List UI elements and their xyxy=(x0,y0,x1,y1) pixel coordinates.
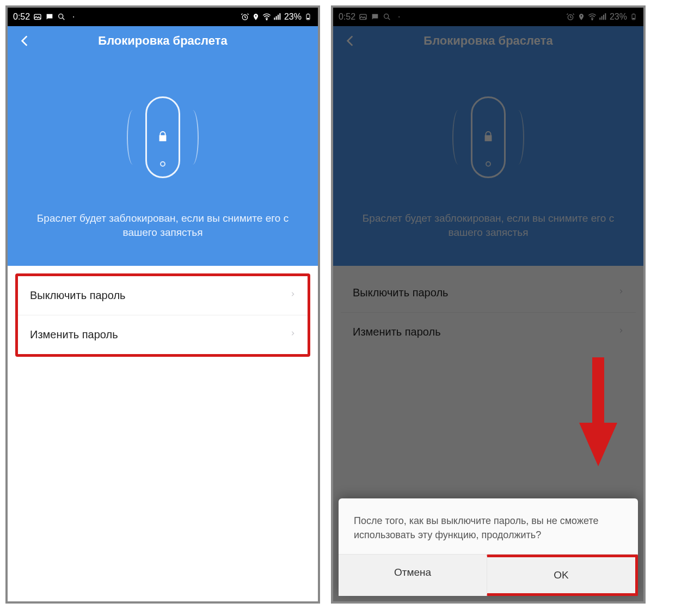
band-illustration xyxy=(130,88,195,186)
search-icon xyxy=(383,13,391,21)
page-title: Блокировка браслета xyxy=(16,34,309,48)
svg-point-1 xyxy=(59,14,63,19)
battery-icon xyxy=(629,13,638,21)
menu-change-password[interactable]: Изменить пароль xyxy=(341,313,636,351)
lock-icon xyxy=(482,129,494,145)
svg-rect-9 xyxy=(307,18,309,19)
status-right-cluster: 23% xyxy=(241,12,312,22)
dot-icon: · xyxy=(69,13,78,21)
status-bar: 0:52 · 23% xyxy=(8,8,318,26)
band-illustration xyxy=(456,88,521,186)
menu-item-label: Выключить пароль xyxy=(353,287,449,299)
back-button[interactable] xyxy=(343,34,358,49)
battery-icon xyxy=(304,13,312,21)
status-battery-pct: 23% xyxy=(284,12,302,22)
chevron-right-icon xyxy=(290,328,296,341)
phone-screenshot-right: 0:52 · 23% xyxy=(331,5,646,604)
menu-disable-password[interactable]: Выключить пароль xyxy=(341,273,636,313)
status-bar: 0:52 · 23% xyxy=(333,8,643,26)
dialog-actions: Отмена OK xyxy=(339,554,638,596)
signal-icon xyxy=(599,13,607,21)
chevron-right-icon xyxy=(618,287,624,299)
chat-icon xyxy=(371,13,379,21)
status-left-cluster: 0:52 · xyxy=(339,12,403,22)
lock-icon xyxy=(157,129,169,145)
location-icon xyxy=(251,13,260,21)
signal-icon xyxy=(273,13,282,21)
alarm-icon xyxy=(566,13,575,21)
chevron-right-icon xyxy=(290,289,296,302)
svg-rect-4 xyxy=(274,17,275,20)
status-battery-pct: 23% xyxy=(610,12,627,22)
dot-icon: · xyxy=(395,13,403,21)
nav-row: Блокировка браслета xyxy=(333,26,643,56)
chat-icon xyxy=(45,13,54,21)
svg-point-14 xyxy=(592,19,593,20)
back-button[interactable] xyxy=(17,34,33,49)
status-right-cluster: 23% xyxy=(566,12,638,22)
svg-rect-20 xyxy=(633,18,635,19)
status-left-cluster: 0:52 · xyxy=(13,12,78,22)
svg-marker-23 xyxy=(579,423,617,466)
chevron-right-icon xyxy=(618,326,624,338)
phone-screenshot-left: 0:52 · 23% xyxy=(5,5,320,604)
svg-rect-5 xyxy=(276,16,277,20)
svg-rect-17 xyxy=(603,15,604,20)
location-icon xyxy=(577,13,586,21)
dialog-message: После того, как вы выключите пароль, вы … xyxy=(339,498,638,554)
wifi-icon xyxy=(262,13,271,21)
svg-rect-15 xyxy=(599,17,600,20)
search-icon xyxy=(57,13,66,21)
image-icon xyxy=(33,13,42,21)
svg-point-3 xyxy=(266,19,267,20)
menu-change-password[interactable]: Изменить пароль xyxy=(18,315,308,354)
menu-highlight-box: Выключить пароль Изменить пароль xyxy=(15,273,310,357)
nav-row: Блокировка браслета xyxy=(8,26,318,56)
image-icon xyxy=(359,13,367,21)
svg-rect-6 xyxy=(278,15,279,20)
confirm-dialog: После того, как вы выключите пароль, вы … xyxy=(339,498,638,596)
svg-rect-22 xyxy=(592,357,604,428)
svg-rect-10 xyxy=(308,14,309,14)
ok-button[interactable]: OK xyxy=(487,555,638,596)
svg-rect-18 xyxy=(605,13,606,20)
menu-item-label: Выключить пароль xyxy=(30,289,126,302)
menu-item-label: Изменить пароль xyxy=(353,326,441,338)
svg-point-12 xyxy=(384,14,389,19)
status-time: 0:52 xyxy=(13,12,30,22)
hero-description: Браслет будет заблокирован, если вы сним… xyxy=(8,211,318,239)
svg-rect-16 xyxy=(601,16,603,20)
cancel-button[interactable]: Отмена xyxy=(339,555,487,596)
menu-list: Выключить пароль Изменить пароль xyxy=(341,273,636,351)
page-title: Блокировка браслета xyxy=(342,34,635,48)
hero-description: Браслет будет заблокирован, если вы сним… xyxy=(333,211,643,239)
status-time: 0:52 xyxy=(339,12,355,22)
header-hero: Блокировка браслета Браслет будет заблок… xyxy=(333,26,643,266)
alarm-icon xyxy=(241,13,249,21)
annotation-arrow-icon xyxy=(579,357,617,466)
svg-rect-21 xyxy=(633,14,635,14)
menu-disable-password[interactable]: Выключить пароль xyxy=(18,276,308,315)
wifi-icon xyxy=(588,13,597,21)
header-hero: Блокировка браслета Браслет будет заблок… xyxy=(8,26,318,266)
menu-item-label: Изменить пароль xyxy=(30,328,118,341)
svg-rect-7 xyxy=(279,13,280,20)
